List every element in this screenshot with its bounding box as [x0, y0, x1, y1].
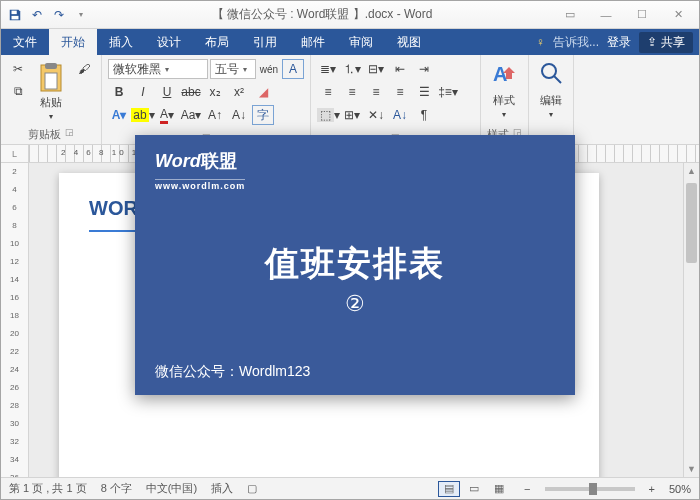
increase-indent-icon[interactable]: ⇥ — [413, 59, 435, 79]
share-icon: ⇪ — [647, 35, 657, 49]
read-mode-icon[interactable]: ▭ — [463, 481, 485, 497]
justify-icon[interactable]: ≡ — [389, 82, 411, 102]
overlay-logo: Word联盟 www.wordlm.com — [155, 149, 555, 194]
strikethrough-icon[interactable]: abc — [180, 82, 202, 102]
logo-lm: 联盟 — [201, 151, 237, 171]
maximize-icon[interactable]: ☐ — [625, 5, 659, 25]
ribbon-options-icon[interactable]: ▭ — [553, 5, 587, 25]
align-left-icon[interactable]: ≡ — [317, 82, 339, 102]
paste-button[interactable]: 粘贴 ▾ — [33, 59, 69, 123]
tab-layout[interactable]: 布局 — [193, 29, 241, 55]
svg-line-7 — [554, 76, 561, 83]
bullets-icon[interactable]: ≣▾ — [317, 59, 339, 79]
scroll-up-icon[interactable]: ▲ — [684, 163, 699, 179]
tab-insert[interactable]: 插入 — [97, 29, 145, 55]
font-color-icon[interactable]: A▾ — [156, 105, 178, 125]
tab-references[interactable]: 引用 — [241, 29, 289, 55]
close-icon[interactable]: ✕ — [661, 5, 695, 25]
status-pages[interactable]: 第 1 页 , 共 1 页 — [9, 481, 87, 496]
vertical-ruler[interactable]: 24681012141618202224262830323436 — [1, 163, 29, 477]
sort-icon[interactable]: A↓ — [389, 105, 411, 125]
tab-view[interactable]: 视图 — [385, 29, 433, 55]
zoom-out-button[interactable]: − — [524, 483, 530, 495]
window-controls: ▭ — ☐ ✕ — [553, 5, 695, 25]
numbering-icon[interactable]: ⒈▾ — [341, 59, 363, 79]
shrink-font-icon[interactable]: A↓ — [228, 105, 250, 125]
grow-font-icon[interactable]: A↑ — [204, 105, 226, 125]
bold-button[interactable]: B — [108, 82, 130, 102]
status-bar: 第 1 页 , 共 1 页 8 个字 中文(中国) 插入 ▢ ▤ ▭ ▦ − +… — [1, 477, 699, 499]
clear-format-icon[interactable]: ◢ — [252, 82, 274, 102]
styles-label: 样式 — [493, 93, 515, 108]
line-spacing-icon[interactable]: ‡≡▾ — [437, 82, 459, 102]
underline-button[interactable]: U — [156, 82, 178, 102]
group-styles: A 样式 ▾ 样式◲ — [481, 55, 529, 144]
tab-home[interactable]: 开始 — [49, 29, 97, 55]
tab-file[interactable]: 文件 — [1, 29, 49, 55]
styles-button[interactable]: A 样式 ▾ — [487, 59, 521, 121]
print-layout-icon[interactable]: ▤ — [438, 481, 460, 497]
subscript-icon[interactable]: x₂ — [204, 82, 226, 102]
change-case-icon[interactable]: Aa▾ — [180, 105, 202, 125]
status-words[interactable]: 8 个字 — [101, 481, 132, 496]
editing-button[interactable]: 编辑 ▾ — [535, 59, 567, 121]
overlay-splash: Word联盟 www.wordlm.com 值班安排表 ② 微信公众号：Word… — [135, 135, 575, 395]
zoom-in-button[interactable]: + — [649, 483, 655, 495]
web-layout-icon[interactable]: ▦ — [488, 481, 510, 497]
svg-text:A: A — [493, 63, 507, 85]
save-icon[interactable] — [5, 5, 25, 25]
superscript-icon[interactable]: x² — [228, 82, 250, 102]
font-size-combo[interactable]: 五号▾ — [210, 59, 256, 79]
login-link[interactable]: 登录 — [607, 34, 631, 51]
zoom-slider[interactable] — [545, 487, 635, 491]
copy-icon[interactable]: ⧉ — [7, 81, 29, 101]
tab-mail[interactable]: 邮件 — [289, 29, 337, 55]
distribute-icon[interactable]: ☰ — [413, 82, 435, 102]
vertical-scrollbar[interactable]: ▲ ▼ — [683, 163, 699, 477]
clipboard-label: 剪贴板 — [28, 127, 61, 142]
show-marks-icon[interactable]: ¶ — [413, 105, 435, 125]
ribbon-tabs: 文件 开始 插入 设计 布局 引用 邮件 审阅 视图 ♀ 告诉我... 登录 ⇪… — [1, 29, 699, 55]
status-insert-mode[interactable]: 插入 — [211, 481, 233, 496]
window-title: 【 微信公众号 : Word联盟 】.docx - Word — [91, 6, 553, 23]
logo-url: www.wordlm.com — [155, 179, 245, 191]
font-name-combo[interactable]: 微软雅黑▾ — [108, 59, 208, 79]
dialog-launcher-icon[interactable]: ◲ — [65, 127, 74, 142]
align-center-icon[interactable]: ≡ — [341, 82, 363, 102]
text-effects-icon[interactable]: A▾ — [108, 105, 130, 125]
overlay-footer: 微信公众号：Wordlm123 — [155, 363, 555, 381]
text-direction-icon[interactable]: ✕↓ — [365, 105, 387, 125]
redo-icon[interactable]: ↷ — [49, 5, 69, 25]
chevron-down-icon: ▾ — [49, 112, 53, 121]
minimize-icon[interactable]: — — [589, 5, 623, 25]
enclose-char-icon[interactable]: 字 — [252, 105, 274, 125]
phonetic-guide-icon[interactable]: wén — [258, 59, 280, 79]
scroll-down-icon[interactable]: ▼ — [684, 461, 699, 477]
zoom-slider-knob[interactable] — [589, 483, 597, 495]
highlight-icon[interactable]: ab▾ — [132, 105, 154, 125]
cut-icon[interactable]: ✂ — [7, 59, 29, 79]
italic-button[interactable]: I — [132, 82, 154, 102]
format-painter-icon[interactable]: 🖌 — [73, 59, 95, 79]
tab-design[interactable]: 设计 — [145, 29, 193, 55]
scroll-thumb[interactable] — [686, 183, 697, 263]
status-language[interactable]: 中文(中国) — [146, 481, 197, 496]
tab-review[interactable]: 审阅 — [337, 29, 385, 55]
share-button[interactable]: ⇪共享 — [639, 32, 693, 53]
zoom-level[interactable]: 50% — [669, 483, 691, 495]
shading-icon[interactable]: ⬚▾ — [317, 105, 339, 125]
svg-rect-4 — [45, 73, 57, 89]
borders-icon[interactable]: ⊞▾ — [341, 105, 363, 125]
char-border-icon[interactable]: A — [282, 59, 304, 79]
styles-icon: A — [491, 61, 517, 91]
macro-record-icon[interactable]: ▢ — [247, 482, 257, 495]
share-label: 共享 — [661, 34, 685, 51]
tell-me[interactable]: 告诉我... — [553, 34, 599, 51]
undo-icon[interactable]: ↶ — [27, 5, 47, 25]
decrease-indent-icon[interactable]: ⇤ — [389, 59, 411, 79]
multilevel-icon[interactable]: ⊟▾ — [365, 59, 387, 79]
qat-dropdown-icon[interactable]: ▾ — [71, 5, 91, 25]
lightbulb-icon: ♀ — [536, 35, 545, 49]
align-right-icon[interactable]: ≡ — [365, 82, 387, 102]
group-clipboard: ✂ ⧉ 粘贴 ▾ 🖌 剪贴板◲ — [1, 55, 102, 144]
